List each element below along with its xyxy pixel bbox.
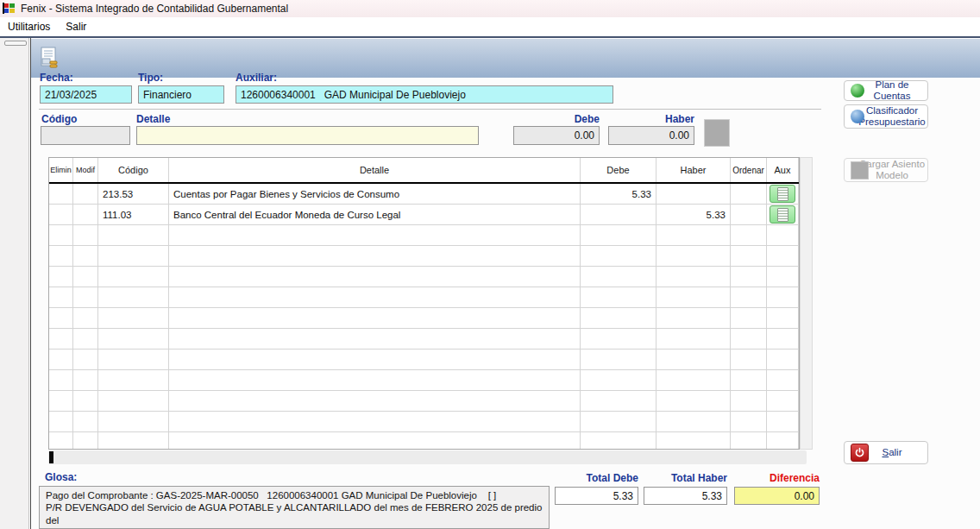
tipo-label: Tipo: (138, 72, 163, 84)
table-header-row: Elimin Modif Código Detalle Debe Haber O… (49, 158, 799, 184)
table-row-empty[interactable] (49, 432, 799, 450)
cell-haber (656, 184, 731, 204)
splitter-grip-icon[interactable] (4, 41, 27, 46)
table-row-empty[interactable] (49, 287, 799, 308)
green-sphere-icon (851, 84, 864, 98)
detalle-input[interactable] (136, 126, 479, 145)
table-vertical-scrollbar[interactable] (800, 157, 813, 450)
cell-debe (581, 205, 656, 224)
app-icon (3, 2, 16, 16)
total-haber-field: 5.33 (644, 487, 727, 505)
glosa-textarea[interactable]: Pago del Comprobante : GAS-2025-MAR-0005… (39, 486, 550, 529)
cargar-label-line1: argar Asiento (866, 159, 925, 169)
document-list-icon (777, 187, 788, 201)
codigo-input[interactable] (41, 126, 130, 145)
diferencia-label: Diferencia (734, 472, 820, 484)
salir-label: alir (889, 447, 901, 457)
table-horizontal-scrollbar[interactable] (48, 450, 807, 464)
debe-label: Debe (513, 113, 600, 125)
gray-square-icon (851, 161, 869, 179)
cell-codigo: 111.03 (98, 205, 169, 224)
auxiliar-label: Auxiliar: (236, 72, 277, 84)
auxiliar-field[interactable]: 1260006340001 GAD Municipal De Pueblovie… (236, 85, 613, 104)
cell-detalle: Cuentas por Pagar Bienes y Servicios de … (169, 184, 581, 204)
power-icon (851, 444, 869, 462)
cell-codigo: 213.53 (98, 184, 169, 204)
header-codigo: Código (98, 158, 169, 182)
salir-button[interactable]: Salir (844, 441, 928, 464)
table-row-empty[interactable] (49, 350, 799, 370)
table-row-empty[interactable] (49, 329, 799, 350)
table-row-empty[interactable] (49, 370, 799, 391)
total-haber-label: Total Haber (644, 472, 727, 484)
plan-de-cuentas-button[interactable]: Plan de Cuentas (844, 80, 928, 101)
table-row-empty[interactable] (49, 267, 799, 287)
menu-bar: Utilitarios Salir (0, 17, 980, 36)
header-debe: Debe (581, 158, 656, 182)
aux-button[interactable] (770, 205, 795, 224)
clasificador-presupuestario-button[interactable]: Clasificador Presupuestario (844, 104, 928, 129)
detalle-label: Detalle (136, 113, 170, 125)
debe-input[interactable]: 0.00 (513, 126, 600, 145)
header-modif: Modif (73, 158, 98, 182)
add-entry-button[interactable] (704, 119, 730, 147)
menu-utilitarios[interactable]: Utilitarios (0, 19, 58, 35)
divider (39, 109, 821, 110)
clasificador-label-line2: Presupuestario (858, 117, 925, 127)
table-empty-rows (49, 225, 799, 450)
codigo-label: Código (41, 113, 77, 125)
header-detalle: Detalle (169, 158, 581, 182)
table-row-empty[interactable] (49, 225, 799, 246)
header-elimin: Elimin (49, 158, 73, 182)
clasificador-label-line1: Clasificador (866, 105, 918, 116)
toolbar (31, 39, 980, 78)
table-row-empty[interactable] (49, 412, 799, 432)
fecha-field[interactable]: 21/03/2025 (40, 85, 132, 104)
cargar-label-line2: Modelo (876, 170, 908, 180)
scrollbar-thumb[interactable] (49, 451, 53, 463)
table-row-empty[interactable] (49, 246, 799, 267)
total-debe-label: Total Debe (555, 472, 638, 484)
window-title: Fenix - Sistema Integrado de Contabilida… (21, 3, 288, 15)
aux-button[interactable] (770, 185, 795, 203)
glosa-label: Glosa: (45, 471, 77, 483)
cargar-asiento-modelo-button[interactable]: Cargar Asiento Modelo (844, 158, 928, 182)
cell-debe: 5.33 (581, 184, 656, 204)
diferencia-field: 0.00 (734, 487, 820, 505)
haber-input[interactable]: 0.00 (608, 126, 694, 145)
fecha-label: Fecha: (40, 72, 73, 84)
haber-label: Haber (608, 113, 694, 125)
voucher-icon[interactable] (39, 47, 61, 71)
header-ordenar: Ordenar (731, 158, 767, 182)
cell-haber: 5.33 (656, 205, 731, 224)
table-row-empty[interactable] (49, 308, 799, 329)
total-debe-field: 5.33 (555, 487, 638, 505)
menu-salir[interactable]: Salir (58, 19, 94, 35)
tipo-field[interactable]: Financiero (138, 85, 224, 104)
salir-underline: S (882, 447, 889, 457)
header-haber: Haber (656, 158, 731, 182)
table-row[interactable]: 111.03 Banco Central del Ecuador Moneda … (49, 205, 799, 225)
cell-detalle: Banco Central del Ecuador Moneda de Curs… (169, 205, 581, 224)
title-bar: Fenix - Sistema Integrado de Contabilida… (0, 0, 980, 17)
blue-sphere-icon (851, 110, 864, 123)
entries-table: Elimin Modif Código Detalle Debe Haber O… (48, 157, 800, 450)
table-row[interactable]: 213.53 Cuentas por Pagar Bienes y Servic… (49, 184, 799, 205)
table-row-empty[interactable] (49, 391, 799, 412)
document-list-icon (777, 208, 788, 222)
left-splitter-panel[interactable] (0, 38, 29, 529)
header-aux: Aux (767, 158, 799, 182)
